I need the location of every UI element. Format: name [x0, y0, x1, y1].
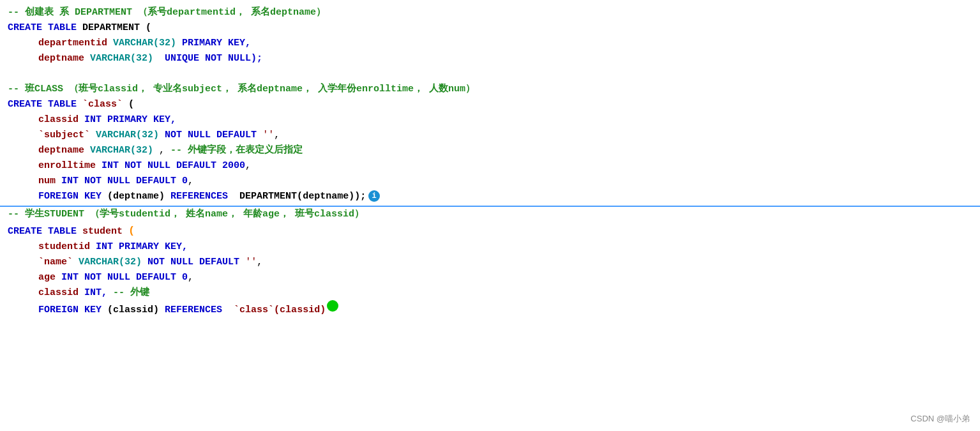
col-deptname-1: deptname	[38, 51, 84, 66]
constraint-notnull-1: NOT NULL DEFAULT	[165, 128, 257, 143]
kw-table-1: TABLE	[48, 20, 77, 36]
default-0-2: 0	[182, 270, 188, 285]
col-num: num	[38, 174, 56, 189]
constraint-int-notnull-3: INT NOT NULL DEFAULT	[61, 270, 176, 285]
constraint-int-notnull-1: INT NOT NULL DEFAULT	[102, 158, 216, 174]
cursor-green-icon	[327, 300, 338, 312]
code-line-blank-1	[0, 66, 980, 82]
default-0-1: 0	[182, 174, 188, 189]
col-name: `name`	[38, 255, 73, 270]
comment-foreign-key: -- 外键字段，在表定义后指定	[165, 143, 303, 158]
type-varchar-2: VARCHAR(32)	[90, 51, 153, 66]
ref-table-dept: DEPARTMENT(deptname));	[239, 189, 366, 204]
code-line-1: -- 创建表 系 DEPARTMENT （系号departmentid， 系名d…	[0, 5, 980, 20]
type-varchar-5: VARCHAR(32)	[79, 255, 142, 270]
constraint-unique: UNIQUE NOT NULL);	[165, 51, 262, 66]
kw-table-2: TABLE	[48, 97, 77, 112]
code-editor: -- 创建表 系 DEPARTMENT （系号departmentid， 系名d…	[0, 0, 980, 431]
ref-table-class: `class`(classid)	[234, 303, 326, 318]
constraint-int-pk-1: INT PRIMARY KEY,	[84, 112, 176, 128]
code-line-13: FOREIGN KEY (deptname) REFERENCES DEPART…	[0, 189, 980, 204]
code-line-11: enrolltime INT NOT NULL DEFAULT 2000 ,	[0, 158, 980, 174]
kw-create-3: CREATE	[8, 224, 42, 239]
col-classid-2: classid	[38, 285, 79, 301]
comment-fk-2: -- 外键	[107, 285, 149, 301]
constraint-int-pk-2: INT PRIMARY KEY,	[96, 239, 188, 255]
col-enrolltime: enrolltime	[38, 158, 96, 174]
code-line-16: studentid INT PRIMARY KEY,	[0, 239, 980, 255]
type-varchar-3: VARCHAR(32)	[96, 128, 159, 143]
constraint-notnull-2: NOT NULL DEFAULT	[147, 255, 239, 270]
col-classid-1: classid	[38, 112, 79, 128]
constraint-int-notnull-2: INT NOT NULL DEFAULT	[61, 174, 176, 189]
default-2000: 2000	[222, 158, 245, 174]
col-subject: `subject`	[38, 128, 90, 143]
kw-foreign-2: FOREIGN KEY	[38, 303, 102, 318]
comment-3: -- 学生STUDENT （学号studentid， 姓名name， 年龄age…	[8, 207, 364, 222]
type-varchar-1: VARCHAR(32)	[113, 36, 176, 51]
code-line-4: deptname VARCHAR(32) UNIQUE NOT NULL);	[0, 51, 980, 66]
col-age: age	[38, 270, 56, 285]
fk-col-classid: (classid)	[107, 303, 159, 318]
type-varchar-4: VARCHAR(32)	[90, 143, 153, 158]
default-str-1: ''	[262, 128, 274, 143]
kw-references-2: REFERENCES	[165, 303, 222, 318]
code-line-3: departmentid VARCHAR(32) PRIMARY KEY,	[0, 36, 980, 51]
code-line-20: FOREIGN KEY (classid) REFERENCES `class`…	[0, 301, 980, 318]
code-line-17: `name` VARCHAR(32) NOT NULL DEFAULT '' ,	[0, 255, 980, 270]
code-line-14: -- 学生STUDENT （学号studentid， 姓名name， 年龄age…	[0, 206, 980, 222]
code-line-7: CREATE TABLE `class` (	[0, 97, 980, 112]
table-name-dept: DEPARTMENT	[82, 20, 140, 36]
code-line-9: `subject` VARCHAR(32) NOT NULL DEFAULT '…	[0, 128, 980, 143]
kw-references-1: REFERENCES	[170, 189, 228, 204]
col-deptname-2: deptname	[38, 143, 84, 158]
code-line-12: num INT NOT NULL DEFAULT 0 ,	[0, 174, 980, 189]
table-name-class: `class`	[82, 97, 123, 112]
code-line-10: deptname VARCHAR(32) , -- 外键字段，在表定义后指定	[0, 143, 980, 158]
col-studentid: studentid	[38, 239, 90, 255]
fk-col-deptname: (deptname)	[107, 189, 165, 204]
default-str-2: ''	[245, 255, 257, 270]
kw-create-2: CREATE	[8, 97, 42, 112]
code-line-6: -- 班CLASS （班号classid， 专业名subject， 系名dept…	[0, 82, 980, 97]
code-line-19: classid INT, -- 外键	[0, 285, 980, 301]
kw-table-3: TABLE	[48, 224, 77, 239]
code-line-2: CREATE TABLE DEPARTMENT (	[0, 20, 980, 36]
constraint-int-2: INT,	[84, 285, 107, 301]
kw-create-1: CREATE	[8, 20, 42, 36]
cursor-info-icon: i	[368, 190, 380, 202]
constraint-pk-1: PRIMARY KEY,	[182, 36, 251, 51]
code-line-18: age INT NOT NULL DEFAULT 0 ,	[0, 270, 980, 285]
code-line-15: CREATE TABLE student (	[0, 222, 980, 239]
col-departmentid: departmentid	[38, 36, 107, 51]
kw-foreign-1: FOREIGN KEY	[38, 189, 102, 204]
table-name-student: student	[82, 224, 123, 239]
watermark: CSDN @喵小弟	[910, 412, 970, 426]
comment-1: -- 创建表 系 DEPARTMENT （系号departmentid， 系名d…	[8, 5, 326, 20]
code-line-8: classid INT PRIMARY KEY,	[0, 112, 980, 128]
open-paren-student: (	[128, 222, 135, 239]
comment-2: -- 班CLASS （班号classid， 专业名subject， 系名dept…	[8, 82, 475, 97]
